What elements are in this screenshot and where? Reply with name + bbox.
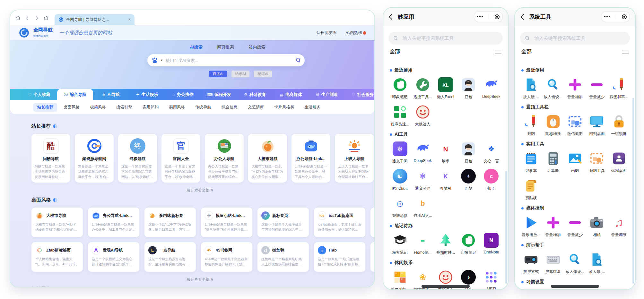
filter-all[interactable]: 全部 (521, 48, 532, 55)
app-item[interactable]: 远程桌面 (608, 151, 630, 174)
sub-tab[interactable]: 桌面风格 (60, 103, 83, 112)
menu-icon[interactable] (622, 50, 629, 54)
nav-tab[interactable]: ⚗科研教育 (237, 89, 273, 100)
search-mode-tab[interactable]: AI搜索 (190, 44, 203, 50)
app-item[interactable]: K可赞AI (434, 169, 457, 191)
app-item[interactable]: 太鼓达人 (411, 105, 434, 127)
tab-close-icon[interactable]: × (128, 17, 131, 22)
minimize-icon[interactable] (495, 14, 500, 19)
app-item[interactable]: 迅捷工具... (411, 77, 434, 100)
nav-tab[interactable]: ⌨编程开发 (201, 89, 237, 100)
baidu-paw-icon[interactable] (151, 57, 158, 64)
home-icon[interactable] (15, 15, 21, 21)
app-item[interactable]: 豆包 (457, 141, 480, 164)
toggle-icon[interactable] (53, 124, 57, 128)
app-item[interactable]: 相机 (586, 215, 608, 238)
app-item[interactable]: 计算器 (542, 151, 564, 174)
app-item[interactable]: 音量增加 (564, 77, 586, 100)
site-card[interactable]: ✈摸鱼小站-Link...LinkFun妙趣导航是一款聚焦“摸鱼场景”的个性化网… (201, 208, 252, 237)
site-card[interactable]: 终终极导航这是一个聚焦实用需求的全场景综合导航网站，以“终极导航”... (118, 134, 157, 183)
site-card[interactable]: 酷阿酷导航阿酷导航是一款聚焦全场景需求的综合类优质网址导航站，... (31, 134, 70, 183)
app-item[interactable]: ≡Flomo笔... (411, 233, 434, 255)
sub-tab[interactable]: 综合信息 (218, 103, 241, 112)
search-input[interactable] (534, 35, 625, 41)
search-mode-tab[interactable]: 站内搜索 (249, 44, 265, 50)
site-logo-text[interactable]: 全网导航 webnav.net (33, 27, 53, 38)
app-item[interactable]: ♫音量调节 (608, 215, 630, 238)
more-icon[interactable] (477, 16, 483, 17)
sub-tab[interactable]: 站长推荐 (33, 103, 57, 112)
site-card[interactable]: 官官网大全这是一个专注于官方网站导航的综合服务平台，以“收录全球... (161, 134, 200, 183)
app-item[interactable]: 放大镜-... (520, 77, 542, 100)
site-card[interactable]: d抓鱼鸭抓鱼鸭是一个精准聚焦职场人上班摸鱼场景的综合型在线平台，以轻... (257, 242, 309, 272)
app-item[interactable]: 放大镜设... (564, 252, 586, 275)
app-item[interactable]: 音量增加 (542, 215, 564, 238)
scrollbar[interactable] (632, 98, 634, 284)
app-item[interactable]: 俄罗斯方... (388, 270, 411, 289)
app-item[interactable]: N纳米 (434, 141, 457, 164)
nav-tab[interactable]: ⚒生产制造 (309, 89, 345, 100)
site-card[interactable]: 办公导航-Link...LinkFun妙趣导航是一款聚焦办公效率、AI工具与个人… (292, 134, 330, 183)
site-card[interactable]: ▽新标签页这是一个聚焦个人效率提升与内容创作赋能的综合型数字工具平台，... (257, 208, 309, 237)
app-item[interactable]: 放大镜设... (542, 77, 564, 100)
app-item[interactable]: ✻通义千问 (388, 141, 411, 164)
app-item[interactable]: 记事本 (520, 151, 542, 174)
app-item[interactable]: 截图 (520, 114, 542, 137)
sub-tab[interactable]: 实用风格 (165, 103, 189, 112)
sub-tab[interactable]: 文艺清新 (244, 103, 268, 112)
site-card[interactable] (370, 208, 374, 237)
site-card[interactable]: 大橙市导航大橙市导航是一款以“可DIY的桌面导航”为核心定位的实用型网站，致..… (31, 208, 83, 237)
app-item[interactable]: 印象笔记 (388, 77, 411, 100)
sub-tab[interactable]: 卡片风格类 (270, 103, 298, 112)
search-mode-tab[interactable]: 网页搜索 (217, 44, 234, 50)
app-item[interactable]: b包图AI文... (411, 196, 434, 218)
forward-icon[interactable] (34, 15, 39, 21)
minimize-icon[interactable] (622, 14, 627, 19)
engine-pill[interactable]: 秘塔AI (254, 71, 272, 77)
app-item[interactable]: DeepSeek (411, 141, 434, 164)
app-item[interactable]: MBTI (480, 270, 503, 289)
browser-tab[interactable]: 全网导航 | 导航网站之... × (55, 14, 135, 25)
header-link[interactable]: 站长朋友圈 (317, 30, 337, 36)
nav-tab[interactable]: ♡个人收藏 (21, 89, 57, 100)
search-input[interactable] (165, 58, 293, 63)
site-card[interactable]: 上班人导航上班人导航是一款专为职场人群定制的综合型网址导航平台... (335, 134, 374, 183)
search-bar[interactable] (520, 32, 630, 45)
app-item[interactable]: 放大镜-... (586, 252, 608, 275)
nav-tab[interactable]: ▤电商媒体 (273, 89, 309, 100)
app-item[interactable]: 音量减少 (564, 215, 586, 238)
app-item[interactable]: 程序员速... (388, 105, 411, 127)
app-item[interactable]: XL懒人Excel (434, 77, 457, 100)
site-card[interactable]: 办公人导航办公人导航是一款聚焦办公效率提升与生活场景覆盖的综合... (205, 134, 244, 183)
more-icon[interactable] (604, 16, 610, 17)
app-item[interactable]: 截图工具 (586, 151, 608, 174)
app-item[interactable]: 剪贴板 (520, 178, 542, 201)
menu-icon[interactable] (495, 50, 501, 54)
app-item[interactable]: 屏幕键盘 (542, 252, 564, 275)
app-item[interactable]: ✦即梦 (457, 169, 480, 191)
scrollbar[interactable] (505, 171, 507, 284)
toggle-icon[interactable] (53, 198, 57, 202)
site-card[interactable]: 多啦咪新标签这是一个以“记事本”为基础场景，融合日常工具、内容创作、技术开... (144, 208, 196, 237)
search-bar[interactable] (388, 32, 503, 45)
site-card[interactable]: L一点导航这是一个聚焦热点资讯追踪、生活服务实用指南与文化情感共鸣的综... (144, 242, 196, 272)
nav-tab[interactable]: Ⓐ综合导航 (57, 89, 93, 100)
site-card[interactable]: A发现AI导航这是一个以极简主义为核心设计逻辑的综合型导航平台，聚焦AI工具..… (88, 242, 139, 272)
app-item[interactable]: 番茄时钟... (434, 233, 457, 255)
back-icon[interactable] (520, 14, 526, 20)
nav-tab[interactable]: ◌办公协作 (165, 89, 201, 100)
app-item[interactable]: ◎智谱清影 (388, 196, 411, 218)
app-item[interactable]: ☯腾讯混元 (388, 169, 411, 191)
back-icon[interactable] (389, 14, 395, 20)
app-item[interactable]: 极客笔记 (388, 233, 411, 255)
sub-tab[interactable]: 搜索引擎 (112, 103, 136, 112)
nav-tab[interactable]: ♡社会服务 (345, 89, 375, 100)
app-item[interactable]: 回到桌面 (586, 114, 608, 137)
app-item[interactable]: DeepSeek (480, 77, 503, 100)
back-icon[interactable] (25, 15, 30, 21)
app-item[interactable]: NOneNote (480, 233, 503, 255)
site-card[interactable]: 聚资源导航网聚资源是一个聚焦全场景资源聚合的实用导航平台，以“整合... (75, 134, 114, 183)
app-item[interactable]: 一键锁屏 (608, 114, 630, 137)
site-card[interactable]: 大橙市导航大橙市导航是一款以“可DIY的桌面导航”为核心定位的实用型... (248, 134, 287, 183)
header-link[interactable]: 站内热榜 (346, 30, 366, 36)
